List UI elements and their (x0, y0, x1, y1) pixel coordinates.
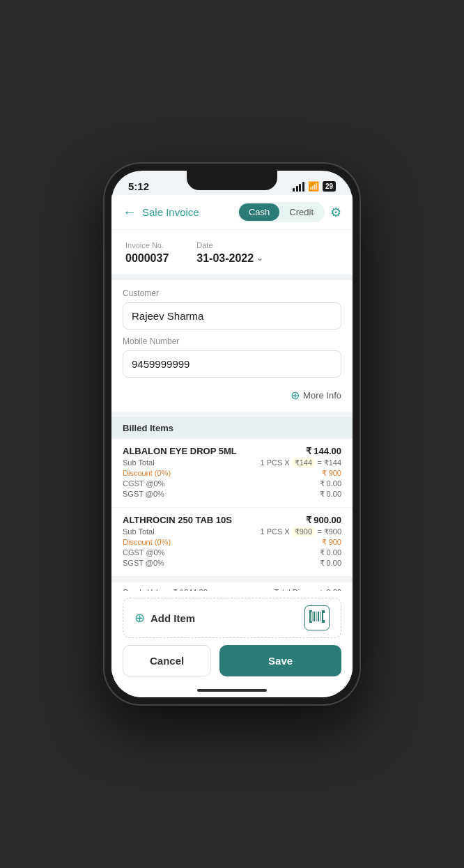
battery-indicator: 29 (323, 181, 336, 192)
item-price-1: ₹ 144.00 (306, 446, 341, 456)
customer-label: Customer (123, 288, 341, 298)
sgst-label-1: SGST @0% (123, 490, 164, 499)
item-name-2: ALTHROCIN 250 TAB 10S (123, 515, 232, 525)
invoice-date-row: 31-03-2022 ⌄ (196, 251, 263, 265)
item-sgst-2: SGST @0% ₹ 0.00 (123, 559, 341, 568)
bottom-actions: ⊕ Add Item (111, 591, 353, 683)
notch (187, 171, 277, 190)
add-item-button[interactable]: Add Item (150, 612, 195, 624)
svg-rect-2 (314, 612, 315, 621)
svg-rect-6 (322, 612, 323, 621)
mobile-input[interactable]: 9459999999 (123, 350, 341, 378)
invoice-date-field: Date 31-03-2022 ⌄ (196, 238, 263, 265)
item-name-1: ALBALON EYE DROP 5ML (123, 446, 237, 456)
header-right: Cash Credit ⚙ (238, 202, 341, 222)
discount-label-2: Discount (0%) (123, 538, 171, 547)
cgst-label-2: CGST @0% (123, 548, 164, 557)
status-icons: 📶 29 (293, 181, 336, 192)
invoice-info: Invoice No. 0000037 Date 31-03-2022 ⌄ (111, 230, 353, 274)
item-top-row-1: ALBALON EYE DROP 5ML ₹ 144.00 (123, 446, 341, 456)
date-chevron-icon[interactable]: ⌄ (256, 253, 263, 263)
back-button[interactable]: ← (123, 204, 137, 220)
item-discount-2: Discount (0%) ₹ 900 (123, 538, 341, 547)
svg-rect-4 (318, 612, 319, 621)
add-item-icon: ⊕ (134, 610, 145, 626)
credit-button[interactable]: Credit (279, 203, 323, 221)
cgst-value-1: ₹ 0.00 (320, 479, 341, 488)
discount-value-1: ₹ 900 (322, 469, 341, 478)
subtotal-value-2: 1 PCS X ₹900 = ₹900 (261, 527, 342, 536)
invoice-date-label: Date (196, 241, 212, 249)
item-cgst-2: CGST @0% ₹ 0.00 (123, 548, 341, 557)
svg-rect-5 (320, 612, 321, 621)
cgst-label-1: CGST @0% (123, 479, 164, 488)
list-item[interactable]: ALTHROCIN 250 TAB 10S ₹ 900.00 Sub Total… (111, 508, 353, 577)
phone-frame: 5:12 📶 29 ← Sale Invoice (103, 162, 361, 706)
customer-form: Customer Rajeev Sharma Mobile Number 945… (111, 280, 353, 412)
barcode-icon[interactable] (304, 605, 330, 630)
add-item-content: ⊕ Add Item (134, 610, 195, 626)
more-info-icon[interactable]: ⊕ (291, 389, 300, 402)
svg-rect-1 (312, 612, 313, 621)
svg-rect-10 (323, 610, 325, 613)
subtotal-value-1: 1 PCS X ₹144 = ₹144 (261, 458, 342, 467)
home-bar (197, 689, 267, 692)
action-buttons: Cancel Save (123, 645, 341, 676)
home-indicator (111, 683, 353, 697)
svg-rect-0 (309, 612, 311, 621)
item-subtotal-2: Sub Total 1 PCS X ₹900 = ₹900 (123, 527, 341, 536)
item-price-2: ₹ 900.00 (306, 515, 341, 525)
mobile-label: Mobile Number (123, 336, 341, 346)
list-item[interactable]: ALBALON EYE DROP 5ML ₹ 144.00 Sub Total … (111, 439, 353, 508)
item-subtotal-1: Sub Total 1 PCS X ₹144 = ₹144 (123, 458, 341, 467)
billed-items-header: Billed Items (111, 417, 353, 439)
customer-input[interactable]: Rajeev Sharma (123, 302, 341, 330)
page-title: Sale Invoice (142, 206, 199, 218)
summary-section: Goods Value : ₹ 1044.00 Total Discount: … (111, 582, 353, 591)
sgst-value-1: ₹ 0.00 (320, 490, 341, 499)
app-content: ← Sale Invoice Cash Credit ⚙ Invoice No. (111, 195, 353, 697)
signal-icon (293, 182, 304, 192)
cancel-button[interactable]: Cancel (123, 645, 211, 676)
invoice-date-value: 31-03-2022 (196, 252, 254, 265)
phone-screen: 5:12 📶 29 ← Sale Invoice (111, 171, 353, 697)
sgst-value-2: ₹ 0.00 (320, 559, 341, 568)
invoice-row: Invoice No. 0000037 Date 31-03-2022 ⌄ (125, 238, 339, 265)
discount-label-1: Discount (0%) (123, 469, 171, 478)
header-left: ← Sale Invoice (123, 204, 199, 220)
invoice-number-field: Invoice No. 0000037 (125, 238, 169, 265)
svg-rect-3 (316, 612, 317, 621)
svg-rect-8 (309, 610, 311, 613)
app-header: ← Sale Invoice Cash Credit ⚙ (111, 195, 353, 229)
item-cgst-1: CGST @0% ₹ 0.00 (123, 479, 341, 488)
svg-rect-14 (323, 620, 325, 623)
discount-value-2: ₹ 900 (322, 538, 341, 547)
settings-icon[interactable]: ⚙ (330, 205, 341, 220)
billed-items-list: ALBALON EYE DROP 5ML ₹ 144.00 Sub Total … (111, 439, 353, 577)
invoice-number-value: 0000037 (125, 252, 169, 265)
payment-type-toggle: Cash Credit (238, 202, 325, 222)
item-sgst-1: SGST @0% ₹ 0.00 (123, 490, 341, 499)
item-top-row-2: ALTHROCIN 250 TAB 10S ₹ 900.00 (123, 515, 341, 525)
sgst-label-2: SGST @0% (123, 559, 164, 568)
more-info-label[interactable]: More Info (303, 390, 341, 401)
cash-button[interactable]: Cash (239, 203, 279, 221)
save-button[interactable]: Save (219, 645, 341, 676)
wifi-icon: 📶 (308, 181, 319, 192)
subtotal-label-1: Sub Total (123, 458, 155, 467)
subtotal-label-2: Sub Total (123, 527, 155, 536)
cgst-value-2: ₹ 0.00 (320, 548, 341, 557)
invoice-number-label: Invoice No. (125, 241, 164, 249)
status-time: 5:12 (128, 180, 149, 192)
add-item-row[interactable]: ⊕ Add Item (123, 598, 341, 638)
billed-section: Billed Items ALBALON EYE DROP 5ML ₹ 144.… (111, 417, 353, 591)
svg-rect-12 (309, 620, 311, 623)
more-info-row: ⊕ More Info (123, 385, 341, 403)
item-discount-1: Discount (0%) ₹ 900 (123, 469, 341, 478)
